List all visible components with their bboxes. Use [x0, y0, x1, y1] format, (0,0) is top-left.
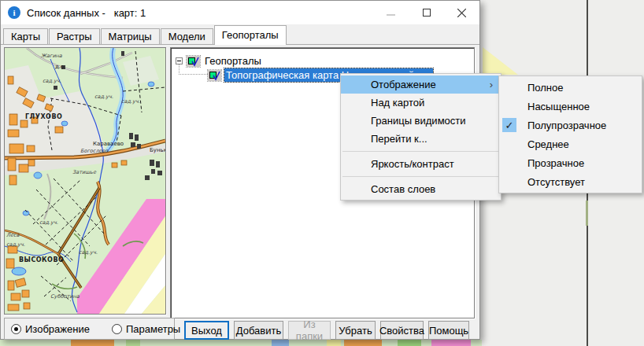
submenu-item-prozrachnoe[interactable]: Прозрачное	[499, 153, 642, 172]
menu-item-label: Полное	[527, 82, 564, 94]
menu-item-label: Над картой	[371, 97, 424, 109]
tree-node-label[interactable]: Геопорталы	[203, 54, 263, 68]
geoportal-layer-icon	[208, 70, 221, 81]
map-preview-image: Жагина д.о. сад.уч. сад.уч. сад.уч. ГЛУХ…	[5, 48, 165, 314]
checkmark-icon: ✓	[502, 118, 516, 132]
map-label: сад.уч.	[6, 241, 25, 248]
menu-item-pereyti-k[interactable]: Перейти к...	[341, 130, 501, 148]
menu-separator	[342, 151, 499, 152]
maximize-button[interactable]	[409, 1, 444, 24]
radio-label: Изображение	[25, 323, 90, 335]
submenu-item-polnoe[interactable]: Полное	[499, 78, 642, 97]
titlebar[interactable]: i Список данных - карт: 1	[1, 1, 479, 24]
menu-item-otobrazhenie[interactable]: Отображение ›	[341, 75, 501, 94]
radio-circle-icon	[112, 324, 122, 334]
view-mode-group: Изображение Параметры	[4, 318, 175, 340]
menu-item-sostav-sloev[interactable]: Состав слоев	[341, 180, 501, 198]
tree-collapse-icon[interactable]	[176, 57, 183, 64]
map-label: Караваево	[93, 141, 124, 147]
menu-item-label: Перейти к...	[371, 133, 427, 145]
menu-item-label: Границы видимости	[371, 115, 466, 127]
map-label: Затишье	[72, 169, 97, 175]
map-label: сад.уч.	[121, 98, 140, 105]
map-label: д.о.	[55, 64, 66, 70]
window-title: Список данных - карт: 1	[27, 7, 146, 19]
map-label: сад.уч.	[79, 249, 98, 256]
display-submenu: Полное Насыщенное ✓ Полупрозрачное Средн…	[498, 75, 642, 193]
submenu-item-srednee[interactable]: Среднее	[499, 134, 642, 153]
map-preview-panel[interactable]: Жагина д.о. сад.уч. сад.уч. сад.уч. ГЛУХ…	[4, 47, 166, 315]
tab-karty[interactable]: Карты	[3, 28, 48, 45]
menu-separator	[342, 176, 499, 177]
menu-item-granicy-vidimosti[interactable]: Границы видимости	[341, 112, 501, 130]
submenu-item-nasyshchennoe[interactable]: Насыщенное	[499, 97, 642, 116]
dialog-buttons: Выход Добавить Из папки Убрать Свойства …	[184, 321, 469, 340]
map-label: сад.уч.	[43, 78, 61, 84]
tab-rastry[interactable]: Растры	[49, 28, 100, 45]
minimize-button[interactable]	[373, 1, 409, 24]
tree-node-geoportaly[interactable]: Геопорталы	[176, 54, 263, 68]
map-label-town: ГЛУХОВО	[25, 113, 62, 120]
menu-item-label: Яркость/контраст	[371, 158, 454, 170]
exit-button[interactable]: Выход	[184, 321, 229, 340]
minimize-icon	[387, 9, 395, 17]
radio-circle-icon	[11, 324, 21, 334]
menu-item-nad-kartoy[interactable]: Над картой	[341, 94, 501, 112]
context-menu: Отображение › Над картой Границы видимос…	[340, 73, 502, 201]
map-label: сад.уч.	[39, 219, 58, 226]
geoportal-layer-icon	[187, 56, 200, 67]
menu-item-yarkost-kontrast[interactable]: Яркость/контраст	[341, 155, 501, 173]
tree-connector	[179, 74, 208, 75]
radio-label: Параметры	[126, 323, 180, 335]
menu-item-label: Отсутствует	[527, 176, 585, 188]
submenu-arrow-icon: ›	[490, 79, 493, 90]
map-label: Жагина	[41, 53, 63, 59]
close-icon	[457, 9, 466, 17]
map-label: сад.уч.	[94, 94, 113, 100]
map-label-town: ВЫСОКОВО	[19, 256, 64, 263]
from-folder-button: Из папки	[288, 321, 331, 340]
close-button[interactable]	[444, 1, 479, 24]
submenu-item-poluprozrachnoe[interactable]: ✓ Полупрозрачное	[499, 116, 642, 134]
menu-item-label: Насыщенное	[527, 101, 590, 112]
map-label: Субботина	[50, 293, 80, 300]
map-label: Богослово	[80, 148, 109, 154]
menu-item-label: Среднее	[527, 138, 569, 150]
help-button[interactable]: Помощь	[428, 321, 469, 340]
map-label: Леса	[6, 232, 20, 238]
remove-button[interactable]: Убрать	[335, 321, 376, 340]
map-label: Бунько	[150, 147, 165, 153]
menu-item-label: Состав слоев	[371, 183, 435, 195]
menu-item-label: Полупрозрачное	[527, 120, 606, 131]
tab-bar: Карты Растры Матрицы Модели Геопорталы	[1, 24, 479, 45]
tab-geoportaly[interactable]: Геопорталы	[214, 25, 287, 45]
maximize-icon	[423, 9, 431, 17]
tab-modeli[interactable]: Модели	[161, 28, 213, 45]
radio-parametry[interactable]: Параметры	[112, 323, 180, 335]
add-button[interactable]: Добавить	[234, 321, 283, 340]
menu-item-label: Отображение	[371, 79, 436, 90]
menu-item-label: Прозрачное	[527, 157, 584, 169]
radio-izobrazhenie[interactable]: Изображение	[11, 323, 90, 335]
background-map-line-green	[586, 201, 588, 226]
info-icon: i	[8, 6, 20, 19]
submenu-item-otsutstvuet[interactable]: Отсутствует	[499, 172, 642, 191]
tab-matricy[interactable]: Матрицы	[101, 28, 160, 45]
properties-button[interactable]: Свойства	[380, 321, 424, 340]
background-map-sliver	[0, 340, 482, 346]
